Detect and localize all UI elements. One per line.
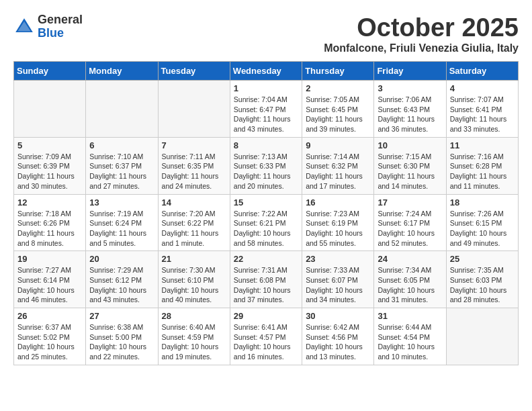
day-number: 25 bbox=[450, 254, 515, 264]
calendar-cell: 19Sunrise: 7:27 AM Sunset: 6:14 PM Dayli… bbox=[14, 251, 86, 308]
day-number: 1 bbox=[234, 83, 298, 93]
calendar-cell: 21Sunrise: 7:30 AM Sunset: 6:10 PM Dayli… bbox=[158, 251, 230, 308]
day-info: Sunrise: 7:04 AM Sunset: 6:47 PM Dayligh… bbox=[234, 95, 298, 134]
day-info: Sunrise: 7:23 AM Sunset: 6:19 PM Dayligh… bbox=[306, 209, 370, 248]
calendar-week-3: 12Sunrise: 7:18 AM Sunset: 6:26 PM Dayli… bbox=[14, 194, 519, 251]
day-number: 14 bbox=[162, 197, 226, 208]
weekday-header-friday: Friday bbox=[374, 62, 446, 81]
logo-icon bbox=[13, 16, 35, 38]
day-info: Sunrise: 7:22 AM Sunset: 6:21 PM Dayligh… bbox=[234, 209, 298, 248]
day-number: 16 bbox=[306, 197, 370, 208]
calendar-cell bbox=[14, 81, 86, 138]
day-info: Sunrise: 7:24 AM Sunset: 6:17 PM Dayligh… bbox=[378, 209, 442, 248]
calendar-cell: 3Sunrise: 7:06 AM Sunset: 6:43 PM Daylig… bbox=[374, 81, 446, 138]
calendar-cell: 10Sunrise: 7:15 AM Sunset: 6:30 PM Dayli… bbox=[374, 137, 446, 194]
calendar-week-2: 5Sunrise: 7:09 AM Sunset: 6:39 PM Daylig… bbox=[14, 137, 519, 194]
calendar-cell: 17Sunrise: 7:24 AM Sunset: 6:17 PM Dayli… bbox=[374, 194, 446, 251]
day-info: Sunrise: 7:18 AM Sunset: 6:26 PM Dayligh… bbox=[17, 209, 82, 248]
day-number: 22 bbox=[234, 254, 298, 264]
day-number: 21 bbox=[162, 254, 226, 264]
location-title: Monfalcone, Friuli Venezia Giulia, Italy bbox=[324, 42, 519, 54]
weekday-header-tuesday: Tuesday bbox=[158, 62, 230, 81]
logo-blue-text: Blue bbox=[38, 27, 83, 40]
day-info: Sunrise: 7:07 AM Sunset: 6:41 PM Dayligh… bbox=[450, 95, 515, 134]
day-info: Sunrise: 7:05 AM Sunset: 6:45 PM Dayligh… bbox=[306, 95, 370, 134]
logo: General Blue bbox=[13, 13, 83, 40]
day-info: Sunrise: 7:10 AM Sunset: 6:37 PM Dayligh… bbox=[89, 152, 154, 191]
day-info: Sunrise: 6:42 AM Sunset: 4:56 PM Dayligh… bbox=[306, 322, 370, 362]
weekday-header-thursday: Thursday bbox=[302, 62, 374, 81]
calendar-cell: 20Sunrise: 7:29 AM Sunset: 6:12 PM Dayli… bbox=[86, 251, 158, 308]
calendar-cell: 7Sunrise: 7:11 AM Sunset: 6:35 PM Daylig… bbox=[158, 137, 230, 194]
day-info: Sunrise: 7:29 AM Sunset: 6:12 PM Dayligh… bbox=[89, 265, 154, 305]
day-number: 23 bbox=[306, 254, 370, 264]
logo-text: General Blue bbox=[38, 13, 83, 40]
day-info: Sunrise: 7:09 AM Sunset: 6:39 PM Dayligh… bbox=[17, 152, 82, 191]
day-info: Sunrise: 7:33 AM Sunset: 6:07 PM Dayligh… bbox=[306, 265, 370, 305]
day-number: 30 bbox=[306, 311, 370, 321]
day-info: Sunrise: 7:16 AM Sunset: 6:28 PM Dayligh… bbox=[450, 152, 515, 191]
calendar-cell: 24Sunrise: 7:34 AM Sunset: 6:05 PM Dayli… bbox=[374, 251, 446, 308]
day-info: Sunrise: 6:37 AM Sunset: 5:02 PM Dayligh… bbox=[17, 322, 82, 362]
day-info: Sunrise: 6:40 AM Sunset: 4:59 PM Dayligh… bbox=[162, 322, 226, 362]
calendar-cell: 27Sunrise: 6:38 AM Sunset: 5:00 PM Dayli… bbox=[86, 308, 158, 365]
calendar-cell bbox=[158, 81, 230, 138]
day-info: Sunrise: 7:19 AM Sunset: 6:24 PM Dayligh… bbox=[89, 209, 154, 248]
day-number: 5 bbox=[17, 140, 82, 150]
title-section: October 2025 Monfalcone, Friuli Venezia … bbox=[324, 13, 519, 54]
day-number: 15 bbox=[234, 197, 298, 208]
day-info: Sunrise: 7:34 AM Sunset: 6:05 PM Dayligh… bbox=[378, 265, 442, 305]
day-number: 31 bbox=[378, 311, 442, 321]
calendar-cell: 22Sunrise: 7:31 AM Sunset: 6:08 PM Dayli… bbox=[230, 251, 302, 308]
weekday-header-row: SundayMondayTuesdayWednesdayThursdayFrid… bbox=[14, 62, 519, 81]
day-number: 3 bbox=[378, 83, 442, 93]
weekday-header-sunday: Sunday bbox=[14, 62, 86, 81]
calendar-cell: 9Sunrise: 7:14 AM Sunset: 6:32 PM Daylig… bbox=[302, 137, 374, 194]
calendar-table: SundayMondayTuesdayWednesdayThursdayFrid… bbox=[13, 61, 519, 365]
day-number: 24 bbox=[378, 254, 442, 264]
day-info: Sunrise: 7:11 AM Sunset: 6:35 PM Dayligh… bbox=[162, 152, 226, 191]
day-number: 27 bbox=[89, 311, 154, 321]
day-number: 19 bbox=[17, 254, 82, 264]
day-number: 7 bbox=[162, 140, 226, 150]
day-info: Sunrise: 7:13 AM Sunset: 6:33 PM Dayligh… bbox=[234, 152, 298, 191]
day-number: 12 bbox=[17, 197, 82, 208]
calendar-cell: 23Sunrise: 7:33 AM Sunset: 6:07 PM Dayli… bbox=[302, 251, 374, 308]
day-info: Sunrise: 7:27 AM Sunset: 6:14 PM Dayligh… bbox=[17, 265, 82, 305]
calendar-cell: 5Sunrise: 7:09 AM Sunset: 6:39 PM Daylig… bbox=[14, 137, 86, 194]
weekday-header-wednesday: Wednesday bbox=[230, 62, 302, 81]
day-number: 29 bbox=[234, 311, 298, 321]
calendar-cell: 30Sunrise: 6:42 AM Sunset: 4:56 PM Dayli… bbox=[302, 308, 374, 365]
day-number: 8 bbox=[234, 140, 298, 150]
day-number: 18 bbox=[450, 197, 515, 208]
day-info: Sunrise: 7:06 AM Sunset: 6:43 PM Dayligh… bbox=[378, 95, 442, 134]
calendar-cell: 16Sunrise: 7:23 AM Sunset: 6:19 PM Dayli… bbox=[302, 194, 374, 251]
calendar-cell bbox=[86, 81, 158, 138]
day-number: 13 bbox=[89, 197, 154, 208]
calendar-cell: 13Sunrise: 7:19 AM Sunset: 6:24 PM Dayli… bbox=[86, 194, 158, 251]
day-number: 6 bbox=[89, 140, 154, 150]
calendar-cell: 1Sunrise: 7:04 AM Sunset: 6:47 PM Daylig… bbox=[230, 81, 302, 138]
day-info: Sunrise: 6:44 AM Sunset: 4:54 PM Dayligh… bbox=[378, 322, 442, 362]
calendar-cell: 4Sunrise: 7:07 AM Sunset: 6:41 PM Daylig… bbox=[446, 81, 518, 138]
calendar-week-4: 19Sunrise: 7:27 AM Sunset: 6:14 PM Dayli… bbox=[14, 251, 519, 308]
calendar-cell: 12Sunrise: 7:18 AM Sunset: 6:26 PM Dayli… bbox=[14, 194, 86, 251]
calendar-cell: 26Sunrise: 6:37 AM Sunset: 5:02 PM Dayli… bbox=[14, 308, 86, 365]
calendar-cell: 14Sunrise: 7:20 AM Sunset: 6:22 PM Dayli… bbox=[158, 194, 230, 251]
calendar-cell bbox=[446, 308, 518, 365]
day-info: Sunrise: 7:20 AM Sunset: 6:22 PM Dayligh… bbox=[162, 209, 226, 248]
calendar-cell: 29Sunrise: 6:41 AM Sunset: 4:57 PM Dayli… bbox=[230, 308, 302, 365]
calendar-cell: 15Sunrise: 7:22 AM Sunset: 6:21 PM Dayli… bbox=[230, 194, 302, 251]
day-number: 10 bbox=[378, 140, 442, 150]
day-number: 20 bbox=[89, 254, 154, 264]
day-number: 2 bbox=[306, 83, 370, 93]
day-info: Sunrise: 7:26 AM Sunset: 6:15 PM Dayligh… bbox=[450, 209, 515, 248]
day-number: 17 bbox=[378, 197, 442, 208]
day-info: Sunrise: 7:31 AM Sunset: 6:08 PM Dayligh… bbox=[234, 265, 298, 305]
calendar-cell: 25Sunrise: 7:35 AM Sunset: 6:03 PM Dayli… bbox=[446, 251, 518, 308]
weekday-header-saturday: Saturday bbox=[446, 62, 518, 81]
day-info: Sunrise: 7:35 AM Sunset: 6:03 PM Dayligh… bbox=[450, 265, 515, 305]
calendar-cell: 31Sunrise: 6:44 AM Sunset: 4:54 PM Dayli… bbox=[374, 308, 446, 365]
calendar-cell: 2Sunrise: 7:05 AM Sunset: 6:45 PM Daylig… bbox=[302, 81, 374, 138]
day-info: Sunrise: 7:15 AM Sunset: 6:30 PM Dayligh… bbox=[378, 152, 442, 191]
